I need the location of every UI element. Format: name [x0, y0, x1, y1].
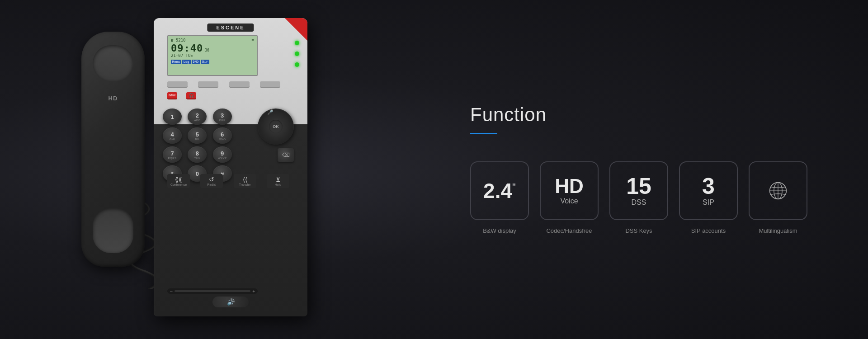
led-group [295, 41, 299, 67]
soft-btn-2[interactable] [198, 81, 218, 88]
hd-label: HD [108, 95, 118, 102]
key-3[interactable]: 3DEF [213, 108, 232, 125]
feature-cards: 2.4 " B&W display HD Voice Codec/Handsfr… [470, 161, 868, 235]
key-2[interactable]: 2ABC [188, 108, 207, 125]
led-1 [295, 41, 299, 45]
soft-btn-3[interactable] [229, 81, 250, 88]
softkey-row [167, 81, 280, 88]
globe-icon [767, 179, 789, 202]
transfer-button[interactable]: ⟨⟨ Transfer [234, 174, 256, 188]
message-button[interactable]: ✉ [167, 92, 177, 99]
card-main-display: 2.4 [483, 180, 512, 201]
red-corner-accent [285, 18, 307, 41]
led-3 [295, 62, 299, 67]
lcd-softkey-dnd: DND [192, 60, 200, 64]
card-label-multilingual: Multilingualism [759, 227, 797, 235]
nav-ring[interactable]: OK [258, 108, 294, 145]
lcd-screen: ☎ 5210 ≡ 09:40 36 21-07 TUE Menu Log DND… [167, 35, 258, 76]
backspace-button[interactable]: ⌫ [278, 148, 294, 162]
key-8[interactable]: 8TUV [188, 146, 207, 163]
conference-button[interactable]: ⟪⟪ Conference [167, 174, 190, 188]
icon-row: ✉ 🎧 [167, 92, 196, 99]
speaker-button[interactable]: 🔊 [212, 297, 249, 307]
card-label-hd: Codec/Handsfree [546, 227, 592, 235]
function-panel: Function 2.4 " B&W display HD Voice Code… [434, 0, 868, 339]
lcd-softkeys: Menu Log DND Dir [171, 60, 254, 64]
function-row: ⟪⟪ Conference ↺ Redial ⟨⟨ Transfer ⊻ Hol… [163, 174, 294, 188]
card-label-dss: DSS Keys [625, 227, 652, 235]
card-box-sip: 3 SIP [679, 161, 738, 220]
card-inch-symbol: " [512, 182, 516, 192]
lcd-seconds: 36 [205, 48, 209, 52]
lcd-time: 09:40 [171, 43, 203, 53]
card-label-display: B&W display [483, 227, 516, 235]
key-4[interactable]: 4GHI [163, 127, 182, 144]
lcd-softkey-dir: Dir [201, 60, 209, 64]
brand-label: ESCENE [207, 24, 254, 32]
card-sub-dss: DSS [632, 198, 646, 207]
volume-bar[interactable]: – + [167, 288, 258, 294]
key-9[interactable]: 9WXYZ [213, 146, 232, 163]
card-label-sip: SIP accounts [691, 227, 726, 235]
led-2 [295, 52, 299, 56]
feature-card-hd: HD Voice Codec/Handsfree [540, 161, 599, 235]
lcd-softkey-menu: Menu [171, 60, 181, 64]
key-7[interactable]: 7PQRS [163, 146, 182, 163]
feature-card-dss: 15 DSS DSS Keys [609, 161, 668, 235]
lcd-signal: ≡ [252, 38, 254, 42]
feature-card-sip: 3 SIP SIP accounts [679, 161, 738, 235]
lcd-extension: ☎ 5210 [171, 38, 186, 42]
title-underline [470, 133, 497, 134]
section-title: Function [470, 104, 868, 126]
hold-button[interactable]: ⊻ Hold [267, 174, 289, 188]
lcd-softkey-log: Log [182, 60, 191, 64]
phone-body: ESCENE ☎ 5210 ≡ 09:40 36 21-07 TUE Menu … [154, 18, 307, 316]
phone-handset: HD [81, 32, 145, 267]
key-5[interactable]: 5JKL [188, 127, 207, 144]
keypad: OK 1 2ABC 3DEF 4GHI 5JKL 6MNO 7PQRS 8TUV… [163, 108, 298, 307]
phone-container: HD ESCENE ☎ 5210 ≡ 09:40 36 [81, 18, 344, 325]
card-sub-hd: Voice [560, 197, 578, 205]
feature-card-multilingual: Multilingualism [749, 161, 807, 235]
headset-button[interactable]: 🎧 [186, 92, 196, 99]
soft-btn-4[interactable] [260, 81, 280, 88]
feature-card-display: 2.4 " B&W display [470, 161, 529, 235]
mic-icon: 🎤 [267, 109, 274, 115]
card-main-dss: 15 [626, 175, 651, 198]
card-box-multilingual [749, 161, 807, 220]
card-sub-sip: SIP [703, 198, 714, 207]
card-main-sip: 3 [702, 175, 715, 198]
number-grid: 1 2ABC 3DEF 4GHI 5JKL 6MNO 7PQRS 8TUV 9W… [163, 108, 235, 182]
card-box-dss: 15 DSS [609, 161, 668, 220]
key-1[interactable]: 1 [163, 108, 182, 125]
nav-ok-button[interactable]: OK [269, 120, 283, 133]
lcd-date: 21-07 TUE [171, 53, 254, 58]
card-box-display: 2.4 " [470, 161, 529, 220]
card-box-hd: HD Voice [540, 161, 599, 220]
card-main-hd: HD [555, 176, 584, 196]
soft-btn-1[interactable] [167, 81, 188, 88]
key-6[interactable]: 6MNO [213, 127, 232, 144]
redial-button[interactable]: ↺ Redial [200, 174, 223, 188]
